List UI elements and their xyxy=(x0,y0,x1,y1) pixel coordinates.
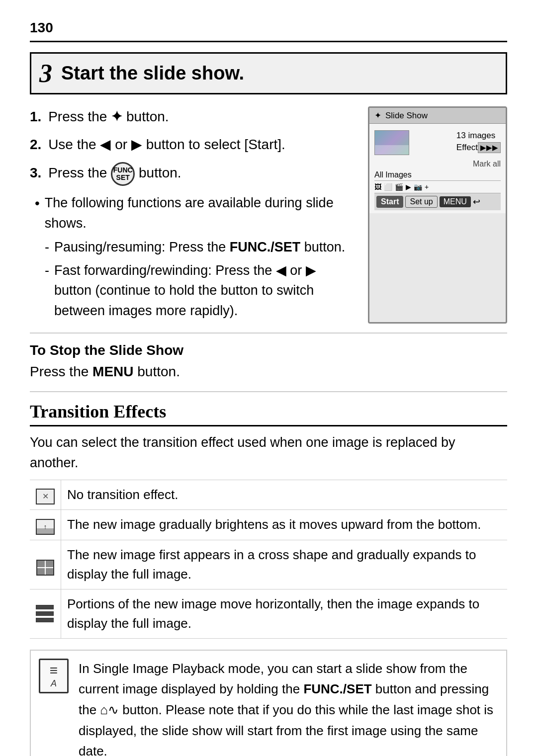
icon-5: 📷 xyxy=(414,183,422,191)
dash-2-text: Fast forwarding/rewinding: Press the ◀ o… xyxy=(54,260,353,321)
screen-images-count: 13 images xyxy=(456,131,501,141)
menu-bold: MENU xyxy=(92,364,133,379)
effect-icon-bars xyxy=(36,605,54,622)
transition-desc: You can select the transition effect use… xyxy=(30,432,507,473)
note-text: In Single Image Playback mode, you can s… xyxy=(79,659,498,756)
section-title: Start the slide show. xyxy=(61,63,244,84)
divider-2 xyxy=(30,391,507,392)
screen-mark-all: Mark all xyxy=(374,159,501,169)
dash-2: - Fast forwarding/rewinding: Press the ◀… xyxy=(45,260,353,321)
effect-desc-1: No transition effect. xyxy=(61,480,508,510)
screen-start-btn: Start xyxy=(376,196,403,208)
screen-back-icon: ↩ xyxy=(473,196,480,207)
page-number: 130 xyxy=(30,20,507,42)
effect-icon-cell-2: ↑ xyxy=(30,510,61,540)
screen-bottom-bar: Start Set up MENU ↩ xyxy=(374,193,501,210)
effect-row-4: Portions of the new image move horizonta… xyxy=(30,589,507,638)
step-2-label: 2. xyxy=(30,137,41,152)
divider-1 xyxy=(30,333,507,334)
step-1-text: Press the ✦ button. xyxy=(48,109,169,124)
screen-menu-btn: MENU xyxy=(440,196,471,207)
dash-2-symbol: - xyxy=(45,260,49,321)
screen-all-images: All Images xyxy=(374,169,501,180)
effect-desc-4: Portions of the new image move horizonta… xyxy=(61,589,508,638)
func-set-icon: FUNCSET xyxy=(111,162,135,186)
section-header: 3 Start the slide show. xyxy=(30,52,507,94)
bullet-1-text: The following functions are available du… xyxy=(45,193,353,233)
section-body: 1. Press the ✦ button. 2. Use the ◀ or ▶… xyxy=(30,106,507,324)
effect-icon-cell-3 xyxy=(30,540,61,589)
stop-body: Press the MENU button. xyxy=(30,361,507,382)
bullet-dot: • xyxy=(35,193,40,214)
effect-icon-cell-4 xyxy=(30,589,61,638)
screen-row-images: 13 images Effect ▶▶▶ xyxy=(374,127,501,159)
effects-table: No transition effect. ↑ The new image gr… xyxy=(30,480,507,639)
effect-row-2: ↑ The new image gradually brightens as i… xyxy=(30,510,507,540)
screen-effect-row: Effect ▶▶▶ xyxy=(456,141,501,155)
bullet-1: • The following functions are available … xyxy=(35,193,353,233)
screen-setup-btn: Set up xyxy=(405,196,437,208)
step-number: 3 xyxy=(39,59,52,88)
step-3-text: Press the FUNCSET button. xyxy=(48,165,181,180)
effect-desc-2: The new image gradually brightens as it … xyxy=(61,510,508,540)
screen-mockup: ✦ Slide Show 13 images Effect ▶▶▶ Mark a… xyxy=(368,106,507,324)
icon-6: + xyxy=(425,183,429,191)
screen-content: 13 images Effect ▶▶▶ Mark all All Images… xyxy=(369,124,506,213)
icon-3: 🎬 xyxy=(395,183,403,191)
effect-icon-cell-1 xyxy=(30,480,61,510)
effect-icon-x xyxy=(36,489,55,504)
screen-thumbnail xyxy=(374,130,409,155)
screen-effect-badge: ▶▶▶ xyxy=(478,142,501,153)
transition-title: Transition Effects xyxy=(30,401,507,426)
effect-icon-cross xyxy=(36,560,54,576)
note-box: In Single Image Playback mode, you can s… xyxy=(30,650,507,756)
step-1: 1. Press the ✦ button. xyxy=(30,106,353,127)
note-icon xyxy=(39,659,69,693)
icon-2: ⬜ xyxy=(384,183,392,191)
instructions: 1. Press the ✦ button. 2. Use the ◀ or ▶… xyxy=(30,106,353,324)
screen-info: 13 images Effect ▶▶▶ xyxy=(456,131,501,155)
dash-1-symbol: - xyxy=(45,237,49,257)
effect-desc-3: The new image first appears in a cross s… xyxy=(61,540,508,589)
step-2-text: Use the ◀ or ▶ button to select [Start]. xyxy=(48,137,285,152)
transition-section: Transition Effects You can select the tr… xyxy=(30,401,507,756)
compass-icon: ✦ xyxy=(374,110,381,121)
icon-4: ▶ xyxy=(406,183,411,191)
screen-title-bar: ✦ Slide Show xyxy=(369,108,506,124)
step-1-label: 1. xyxy=(30,109,41,124)
effect-icon-scroll: ↑ xyxy=(36,519,55,535)
effect-row-3: The new image first appears in a cross s… xyxy=(30,540,507,589)
icon-1: 🖼 xyxy=(374,183,381,191)
dash-1: - Pausing/resuming: Press the FUNC./SET … xyxy=(45,237,353,257)
screen-icons-row: 🖼 ⬜ 🎬 ▶ 📷 + xyxy=(374,180,501,193)
func-set-bold: FUNC./SET xyxy=(303,681,371,696)
stop-title: To Stop the Slide Show xyxy=(30,342,507,358)
bullet-list: • The following functions are available … xyxy=(35,193,353,321)
dash-1-text: Pausing/resuming: Press the FUNC./SET bu… xyxy=(54,237,345,257)
screen-title: Slide Show xyxy=(385,111,428,121)
effect-row-1: No transition effect. xyxy=(30,480,507,510)
screen-effect-label: Effect xyxy=(456,143,478,153)
stop-section: To Stop the Slide Show Press the MENU bu… xyxy=(30,342,507,382)
step-3: 3. Press the FUNCSET button. xyxy=(30,162,353,186)
step-3-label: 3. xyxy=(30,165,41,180)
step-2: 2. Use the ◀ or ▶ button to select [Star… xyxy=(30,134,353,155)
